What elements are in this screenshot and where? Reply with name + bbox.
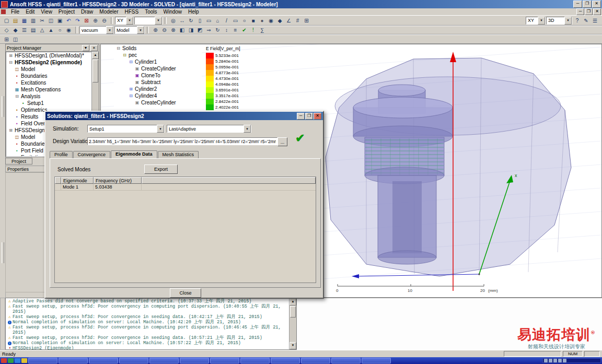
- message-item[interactable]: Fast sweep setup, process hf3d: Poor con…: [7, 325, 288, 335]
- rotate-view-icon[interactable]: ↻: [187, 17, 195, 25]
- draw-sphere-icon[interactable]: ◉: [267, 17, 275, 25]
- chevron-down-icon[interactable]: [244, 125, 251, 133]
- menu-item[interactable]: Tools: [142, 9, 160, 15]
- tree-item[interactable]: ⊟ Analysis: [6, 93, 91, 100]
- message-item[interactable]: HFSSDesign2 (Eigenmode): [7, 346, 288, 350]
- draw-box-icon[interactable]: ■: [249, 17, 258, 25]
- menu-item[interactable]: Modeler: [96, 9, 121, 15]
- save-icon[interactable]: ▦: [20, 17, 29, 25]
- zoom-out-icon[interactable]: ⊖: [100, 17, 109, 25]
- chevron-down-icon[interactable]: [564, 17, 572, 25]
- message-scrollbar[interactable]: ▲ ▼: [289, 298, 296, 349]
- duplicate-rotate-icon[interactable]: ↻: [213, 26, 222, 34]
- view-top-icon[interactable]: ▯: [195, 17, 204, 25]
- message-item[interactable]: Fast sweep setup, process hf3d: Poor con…: [7, 304, 288, 314]
- close-button[interactable]: ✕: [592, 1, 601, 8]
- new-icon[interactable]: ▢: [2, 17, 11, 25]
- tree-item[interactable]: ▣ CreateCylinder: [114, 65, 202, 72]
- snap-icon[interactable]: #: [293, 17, 302, 25]
- delete-icon[interactable]: ⊠: [82, 17, 91, 25]
- maximize-button[interactable]: ❐: [583, 1, 592, 8]
- axis-combo[interactable]: XY: [526, 17, 546, 25]
- dock-grip[interactable]: [2, 242, 4, 263]
- chevron-down-icon[interactable]: [538, 17, 545, 25]
- taskbar-window-button[interactable]: [362, 358, 391, 363]
- drawing-plane-combo[interactable]: XY: [115, 17, 134, 25]
- taskbar-window-button[interactable]: [331, 358, 361, 363]
- taskbar-start-icon[interactable]: [1, 358, 7, 363]
- draw-line-icon[interactable]: /: [222, 17, 231, 25]
- taskbar-window-button[interactable]: [180, 358, 209, 363]
- help-icon[interactable]: ?: [573, 17, 582, 25]
- menu-item[interactable]: HFSS: [121, 9, 142, 15]
- scale-icon[interactable]: ↕: [222, 26, 231, 34]
- coordinate-entry-combo[interactable]: [134, 17, 163, 25]
- tab-project[interactable]: Project: [5, 158, 32, 165]
- undo-icon[interactable]: ↶: [64, 17, 73, 25]
- scroll-down-icon[interactable]: ▼: [290, 342, 296, 349]
- select-face-icon[interactable]: ◆: [11, 26, 20, 34]
- chevron-down-icon[interactable]: [126, 17, 133, 25]
- duplicate-line-icon[interactable]: ⇒: [204, 26, 213, 34]
- tree-item[interactable]: ▦ Mesh Operations: [6, 86, 91, 93]
- dialog-tab[interactable]: Mesh Statistics: [158, 151, 199, 159]
- draw-rect-icon[interactable]: ▭: [231, 17, 240, 25]
- dialog-tab[interactable]: Convergence: [73, 151, 111, 159]
- results-icon[interactable]: ∑: [258, 26, 267, 34]
- chevron-down-icon[interactable]: [137, 26, 144, 34]
- menu-item[interactable]: Window: [160, 9, 186, 15]
- header-eigenmode[interactable]: Eigenmode: [61, 177, 94, 184]
- zoom-in-icon[interactable]: ⊕: [91, 17, 100, 25]
- tree-item[interactable]: ⊟ pec: [114, 52, 202, 58]
- menu-item[interactable]: View: [38, 9, 55, 15]
- menu-item[interactable]: File: [8, 9, 22, 15]
- dialog-close-button[interactable]: ✕: [314, 113, 321, 120]
- subtract-icon[interactable]: ⊖: [160, 26, 169, 34]
- scroll-up-icon[interactable]: ▲: [92, 52, 99, 59]
- message-item[interactable]: Adaptive Passes did not converge based o…: [7, 299, 288, 304]
- tree-item[interactable]: ▣ Subtract: [114, 79, 202, 86]
- zoom-fit-icon[interactable]: ◎: [169, 17, 178, 25]
- taskbar-window-button[interactable]: [149, 358, 179, 363]
- panel-close-icon[interactable]: ✕: [90, 45, 98, 51]
- scroll-thumb[interactable]: [92, 60, 98, 83]
- design-variation-field[interactable]: [87, 137, 277, 145]
- tree-item[interactable]: ▪ Setup1: [6, 100, 91, 107]
- tree-item[interactable]: ⊟ Cylinder1: [114, 58, 202, 65]
- export-button[interactable]: Export: [144, 165, 178, 174]
- view-front-icon[interactable]: ▭: [204, 17, 213, 25]
- home-view-icon[interactable]: ⌂: [213, 17, 222, 25]
- tree-item[interactable]: ▪ Excitations: [6, 79, 91, 86]
- hide-icon[interactable]: ○: [55, 26, 64, 34]
- child-minimize-button[interactable]: ─: [576, 8, 584, 15]
- message-item[interactable]: Normal completion of simulation on serve…: [7, 320, 288, 325]
- material-combo[interactable]: vacuum: [79, 26, 114, 34]
- annotate-icon[interactable]: ✎: [582, 17, 591, 25]
- select-object-icon[interactable]: ◇: [2, 26, 11, 34]
- tray-icon[interactable]: [549, 359, 552, 362]
- expand-tree-icon[interactable]: ⊞: [2, 36, 11, 43]
- tree-item[interactable]: ⊞ Cylinder2: [114, 86, 202, 92]
- measure-icon[interactable]: ∠: [284, 17, 293, 25]
- dialog-tab[interactable]: Profile: [50, 151, 73, 159]
- menu-item[interactable]: Edit: [22, 9, 38, 15]
- scroll-thumb[interactable]: [290, 306, 296, 318]
- taskbar-quicklaunch-icon[interactable]: [8, 358, 14, 363]
- setup-combo[interactable]: Setup1: [87, 125, 165, 133]
- wireframe-icon[interactable]: △: [38, 26, 47, 34]
- project-manager-header[interactable]: Project Manager ▼ ✕: [6, 44, 99, 52]
- chevron-down-icon[interactable]: [106, 26, 113, 34]
- dialog-maximize-button[interactable]: ❐: [305, 113, 313, 120]
- open-icon[interactable]: ▤: [11, 17, 20, 25]
- grid-icon[interactable]: ⊞: [302, 17, 311, 25]
- view-orientation-combo[interactable]: 3D: [546, 17, 572, 25]
- minimize-button[interactable]: ─: [573, 1, 582, 8]
- tree-item[interactable]: ⊟ Cylinder4: [114, 92, 202, 99]
- draw-circle-icon[interactable]: ○: [240, 17, 249, 25]
- taskbar-window-button[interactable]: [240, 358, 270, 363]
- child-restore-button[interactable]: ❐: [585, 8, 593, 15]
- child-close-button[interactable]: ✕: [593, 8, 601, 15]
- scroll-up-icon[interactable]: ▲: [290, 298, 296, 306]
- message-panel-edge[interactable]: [0, 298, 5, 350]
- validate-icon[interactable]: ✔: [240, 26, 249, 34]
